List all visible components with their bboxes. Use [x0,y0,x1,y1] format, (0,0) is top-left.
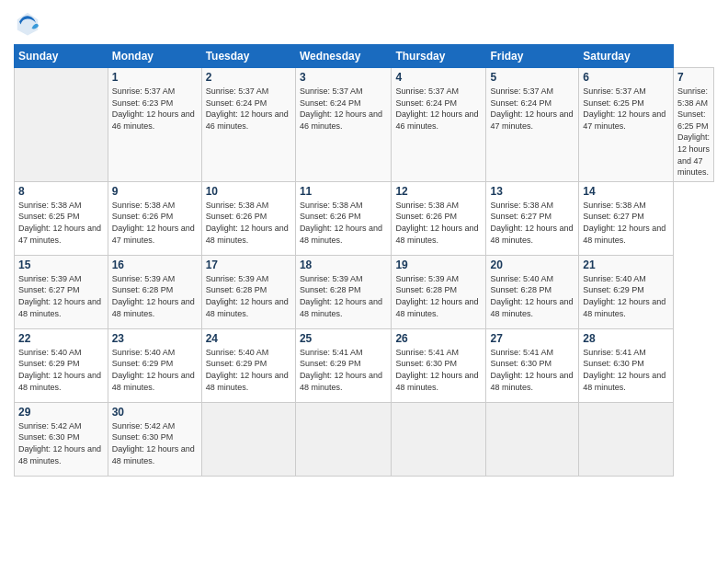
calendar-cell: 14Sunrise: 5:38 AMSunset: 6:27 PMDayligh… [579,181,674,255]
day-info: Sunrise: 5:40 AMSunset: 6:29 PMDaylight:… [18,347,104,393]
calendar-header-wednesday: Wednesday [295,45,392,68]
calendar-cell: 23Sunrise: 5:40 AMSunset: 6:29 PMDayligh… [108,328,201,402]
calendar-cell: 16Sunrise: 5:39 AMSunset: 6:28 PMDayligh… [108,255,201,328]
calendar-cell: 24Sunrise: 5:40 AMSunset: 6:29 PMDayligh… [201,328,295,402]
day-info: Sunrise: 5:38 AMSunset: 6:27 PMDaylight:… [490,200,574,246]
calendar-cell: 21Sunrise: 5:40 AMSunset: 6:29 PMDayligh… [579,255,674,328]
day-number: 28 [583,332,669,345]
day-number: 12 [395,185,482,198]
day-number: 20 [490,259,574,271]
calendar-week-5: 29Sunrise: 5:42 AMSunset: 6:30 PMDayligh… [15,402,714,476]
day-number: 14 [583,185,669,198]
day-info: Sunrise: 5:38 AMSunset: 6:26 PMDaylight:… [206,200,291,246]
calendar-cell: 30Sunrise: 5:42 AMSunset: 6:30 PMDayligh… [108,402,201,476]
day-number: 17 [206,259,291,271]
day-info: Sunrise: 5:38 AMSunset: 6:26 PMDaylight:… [112,200,198,246]
day-number: 21 [583,259,669,271]
calendar-cell: 12Sunrise: 5:38 AMSunset: 6:26 PMDayligh… [392,181,486,255]
day-info: Sunrise: 5:39 AMSunset: 6:27 PMDaylight:… [18,273,104,319]
calendar-cell: 15Sunrise: 5:39 AMSunset: 6:27 PMDayligh… [15,255,108,328]
day-number: 24 [206,332,291,345]
day-info: Sunrise: 5:40 AMSunset: 6:29 PMDaylight:… [206,347,291,393]
calendar-week-1: 1Sunrise: 5:37 AMSunset: 6:23 PMDaylight… [15,68,714,182]
day-number: 5 [490,71,574,84]
day-info: Sunrise: 5:37 AMSunset: 6:23 PMDaylight:… [112,86,198,132]
day-info: Sunrise: 5:37 AMSunset: 6:24 PMDaylight:… [490,86,574,132]
logo-icon [14,9,41,37]
day-info: Sunrise: 5:38 AMSunset: 6:27 PMDaylight:… [583,200,669,246]
day-number: 9 [112,185,198,198]
calendar-cell: 4Sunrise: 5:37 AMSunset: 6:24 PMDaylight… [392,68,486,182]
calendar-week-3: 15Sunrise: 5:39 AMSunset: 6:27 PMDayligh… [15,255,714,328]
day-number: 7 [677,71,710,84]
day-number: 23 [112,332,198,345]
calendar-cell: 27Sunrise: 5:41 AMSunset: 6:30 PMDayligh… [486,328,579,402]
calendar-header-row: SundayMondayTuesdayWednesdayThursdayFrid… [15,45,714,68]
calendar-cell: 18Sunrise: 5:39 AMSunset: 6:28 PMDayligh… [295,255,392,328]
day-info: Sunrise: 5:38 AMSunset: 6:25 PMDaylight:… [18,200,104,246]
calendar-cell: 11Sunrise: 5:38 AMSunset: 6:26 PMDayligh… [295,181,392,255]
day-info: Sunrise: 5:41 AMSunset: 6:29 PMDaylight:… [300,347,388,393]
calendar-cell: 5Sunrise: 5:37 AMSunset: 6:24 PMDaylight… [486,68,579,182]
calendar-cell: 3Sunrise: 5:37 AMSunset: 6:24 PMDaylight… [295,68,392,182]
calendar-cell: 13Sunrise: 5:38 AMSunset: 6:27 PMDayligh… [486,181,579,255]
calendar-cell: 19Sunrise: 5:39 AMSunset: 6:28 PMDayligh… [392,255,486,328]
calendar-cell [486,402,579,476]
calendar: SundayMondayTuesdayWednesdayThursdayFrid… [14,44,714,477]
calendar-cell: 28Sunrise: 5:41 AMSunset: 6:30 PMDayligh… [579,328,674,402]
calendar-cell [579,402,674,476]
calendar-header-sunday: Sunday [15,45,108,68]
day-info: Sunrise: 5:41 AMSunset: 6:30 PMDaylight:… [490,347,574,393]
day-info: Sunrise: 5:39 AMSunset: 6:28 PMDaylight:… [300,273,388,319]
day-number: 1 [112,71,198,84]
day-number: 8 [18,185,104,198]
calendar-cell [295,402,392,476]
day-info: Sunrise: 5:37 AMSunset: 6:24 PMDaylight:… [300,86,388,132]
calendar-header-friday: Friday [486,45,579,68]
day-number: 18 [300,259,388,271]
day-info: Sunrise: 5:42 AMSunset: 6:30 PMDaylight:… [18,420,104,466]
calendar-cell: 22Sunrise: 5:40 AMSunset: 6:29 PMDayligh… [15,328,108,402]
day-number: 30 [112,406,198,419]
calendar-cell: 1Sunrise: 5:37 AMSunset: 6:23 PMDaylight… [108,68,201,182]
calendar-cell: 25Sunrise: 5:41 AMSunset: 6:29 PMDayligh… [295,328,392,402]
day-info: Sunrise: 5:38 AMSunset: 6:25 PMDaylight:… [677,86,710,178]
calendar-cell: 20Sunrise: 5:40 AMSunset: 6:28 PMDayligh… [486,255,579,328]
calendar-cell: 17Sunrise: 5:39 AMSunset: 6:28 PMDayligh… [201,255,295,328]
header [14,9,714,37]
day-number: 26 [395,332,482,345]
day-number: 13 [490,185,574,198]
day-number: 22 [18,332,104,345]
day-number: 19 [395,259,482,271]
day-info: Sunrise: 5:40 AMSunset: 6:28 PMDaylight:… [490,273,574,319]
day-number: 16 [112,259,198,271]
logo [14,9,43,37]
day-info: Sunrise: 5:37 AMSunset: 6:24 PMDaylight:… [395,86,482,132]
calendar-cell: 9Sunrise: 5:38 AMSunset: 6:26 PMDaylight… [108,181,201,255]
day-number: 3 [300,71,388,84]
day-info: Sunrise: 5:40 AMSunset: 6:29 PMDaylight:… [583,273,669,319]
day-number: 15 [18,259,104,271]
calendar-week-2: 8Sunrise: 5:38 AMSunset: 6:25 PMDaylight… [15,181,714,255]
calendar-cell: 10Sunrise: 5:38 AMSunset: 6:26 PMDayligh… [201,181,295,255]
calendar-cell [15,68,108,182]
calendar-header-saturday: Saturday [579,45,674,68]
calendar-cell [392,402,486,476]
day-info: Sunrise: 5:41 AMSunset: 6:30 PMDaylight:… [583,347,669,393]
day-info: Sunrise: 5:37 AMSunset: 6:25 PMDaylight:… [583,86,669,132]
day-number: 10 [206,185,291,198]
day-number: 11 [300,185,388,198]
calendar-cell: 7Sunrise: 5:38 AMSunset: 6:25 PMDaylight… [673,68,713,182]
calendar-cell: 2Sunrise: 5:37 AMSunset: 6:24 PMDaylight… [201,68,295,182]
day-info: Sunrise: 5:41 AMSunset: 6:30 PMDaylight:… [395,347,482,393]
day-number: 4 [395,71,482,84]
day-info: Sunrise: 5:40 AMSunset: 6:29 PMDaylight:… [112,347,198,393]
calendar-cell: 29Sunrise: 5:42 AMSunset: 6:30 PMDayligh… [15,402,108,476]
day-number: 29 [18,406,104,419]
calendar-cell: 26Sunrise: 5:41 AMSunset: 6:30 PMDayligh… [392,328,486,402]
calendar-cell: 6Sunrise: 5:37 AMSunset: 6:25 PMDaylight… [579,68,674,182]
day-info: Sunrise: 5:37 AMSunset: 6:24 PMDaylight:… [206,86,291,132]
day-info: Sunrise: 5:39 AMSunset: 6:28 PMDaylight:… [112,273,198,319]
day-info: Sunrise: 5:38 AMSunset: 6:26 PMDaylight:… [300,200,388,246]
day-number: 27 [490,332,574,345]
